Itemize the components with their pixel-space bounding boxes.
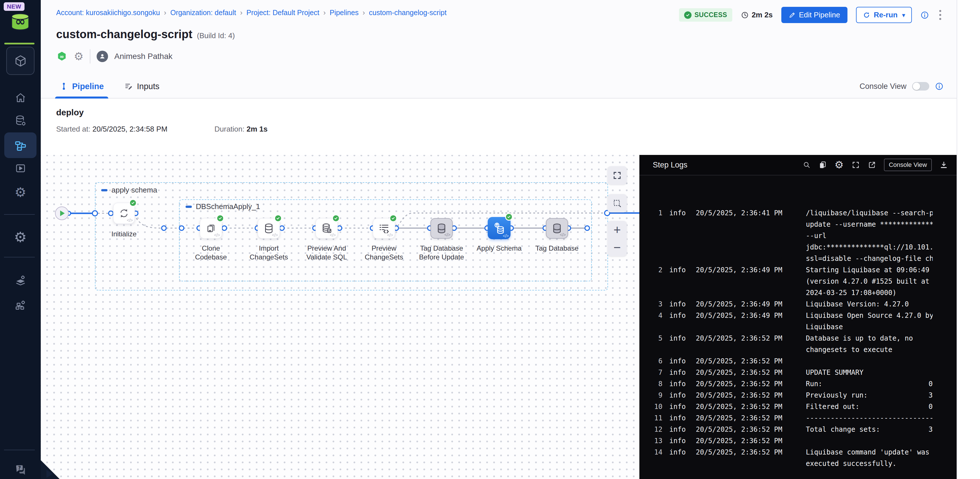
zoom-out-button[interactable]: − [608, 239, 627, 256]
log-timestamp: 20/5/2025, 2:36:52 PM [694, 333, 806, 344]
breadcrumb-organization[interactable]: Organization: default [170, 8, 236, 17]
success-check-icon [274, 214, 282, 222]
zoom-in-button[interactable]: + [608, 221, 627, 239]
step-logs-panel: Step Logs ⚙ [640, 155, 957, 479]
breadcrumb-separator: › [240, 8, 242, 17]
pipeline-start-node[interactable] [55, 206, 69, 220]
sidebar-item-infrastructure-settings[interactable] [0, 299, 41, 312]
pipeline-node-clone-codebase[interactable]: </> [200, 218, 222, 239]
code-glyph: </> [272, 233, 278, 238]
log-message: executed successfully. [806, 458, 957, 469]
canvas-fullscreen-button[interactable] [608, 166, 627, 184]
log-level [662, 287, 694, 298]
sidebar-item-home[interactable] [0, 92, 41, 104]
pipeline-node-apply-schema[interactable]: </> [488, 217, 511, 239]
canvas-select-marquee-button[interactable] [608, 194, 627, 213]
pipeline-node-preview-validate-sql[interactable]: </> [315, 218, 338, 239]
log-row: ssl=disable --changelog-file changelo [640, 253, 957, 264]
rerun-button[interactable]: Re-run ▾ [856, 7, 912, 23]
log-level: info [662, 412, 694, 424]
sidebar-item-module[interactable] [6, 47, 35, 75]
sidebar-item-database-settings[interactable] [0, 114, 41, 127]
log-level: info [662, 367, 694, 378]
console-view-toggle[interactable] [912, 82, 929, 90]
breadcrumb-account[interactable]: Account: kurosakiichigo.songoku [56, 8, 160, 17]
pipeline-node-initialize[interactable]: </> [113, 203, 135, 224]
log-message: 2024-03-25 17:08+0000) [806, 287, 957, 298]
code-glyph: </> [560, 232, 566, 238]
log-level [662, 253, 694, 264]
log-message: update --username ************** --pa [806, 219, 957, 230]
sidebar-item-settings[interactable]: ⚙ [0, 230, 41, 244]
log-row: (version 4.27.0 #1525 built at [640, 276, 957, 287]
tab-inputs[interactable]: Inputs [124, 75, 159, 98]
sidebar-item-executions[interactable] [0, 162, 41, 174]
cd-module-hexagon-icon: ∞ [56, 51, 68, 62]
elapsed-text: 2m 2s [752, 11, 773, 19]
success-check-icon [216, 214, 224, 222]
node-label-tag-before: Tag DatabaseBefore Update [413, 244, 470, 262]
node-label-import: ImportChangeSets [240, 244, 297, 262]
log-line-number [650, 219, 662, 230]
play-icon [60, 211, 65, 216]
tab-pipeline[interactable]: Pipeline [60, 75, 104, 98]
step-logs-header: Step Logs ⚙ [640, 155, 957, 175]
log-body[interactable]: 1 info 20/5/2025, 2:36:41 PM /liquibase/… [640, 175, 957, 469]
breadcrumb-separator: › [363, 8, 365, 17]
search-icon[interactable] [803, 161, 811, 169]
pipeline-node-preview-changesets[interactable]: </> [373, 218, 395, 239]
pipeline-node-import-changesets[interactable]: </> [258, 218, 280, 239]
gear-icon[interactable]: ⚙ [835, 160, 844, 170]
fullscreen-icon[interactable] [851, 160, 860, 169]
log-message: ------------------------------- [806, 412, 957, 424]
pipeline-canvas[interactable]: apply schema DBSchemaApply_1 [41, 155, 640, 479]
stage-meta: Started at: 20/5/2025, 2:34:58 PM Durati… [56, 125, 980, 133]
log-line-number: 5 [650, 333, 662, 344]
sidebar-item-help[interactable]: ? [0, 463, 41, 476]
more-options-kebab-icon[interactable] [937, 8, 943, 22]
log-timestamp: 20/5/2025, 2:36:52 PM [694, 412, 806, 424]
module-cube-icon [14, 54, 27, 68]
expand-panel-arrow-icon[interactable] [46, 470, 53, 478]
breadcrumb-pipelines[interactable]: Pipelines [329, 8, 358, 17]
log-row: 6 info 20/5/2025, 2:36:52 PM [640, 355, 957, 367]
info-icon[interactable] [920, 11, 929, 19]
sidebar-item-layers-settings[interactable] [0, 274, 41, 287]
rerun-label: Re-run [874, 11, 897, 19]
log-level: info [662, 355, 694, 367]
started-value: 20/5/2025, 2:34:58 PM [92, 125, 167, 133]
download-icon[interactable] [940, 160, 948, 169]
log-level [662, 321, 694, 333]
refresh-icon [863, 11, 870, 19]
database-infinity-logo[interactable]: ∞ [10, 13, 31, 34]
success-check-icon [332, 214, 340, 222]
breadcrumb-project[interactable]: Project: Default Project [246, 8, 319, 17]
log-line-number: 13 [650, 435, 662, 447]
edit-pipeline-button[interactable]: Edit Pipeline [781, 7, 848, 23]
log-timestamp [694, 321, 806, 333]
pipeline-node-tag-database[interactable]: </> [546, 218, 568, 239]
copy-icon[interactable] [818, 160, 827, 169]
info-icon[interactable] [935, 82, 943, 90]
open-external-icon[interactable] [868, 160, 876, 169]
top-actions: SUCCESS 2m 2s Edit Pipeline [679, 7, 943, 23]
console-view-button[interactable]: Console View [884, 159, 932, 171]
layers-settings-icon [14, 274, 27, 287]
pipeline-node-tag-database-before-update[interactable]: </> [430, 218, 453, 239]
log-message: Filtered out: 0 [806, 401, 957, 412]
sidebar-item-pipelines-active[interactable] [4, 132, 37, 158]
started-label: Started at: [56, 125, 91, 133]
pipelines-icon [14, 138, 27, 152]
log-timestamp [694, 344, 806, 355]
log-timestamp [694, 287, 806, 298]
sidebar-item-settings-outline[interactable]: ⚙ [0, 186, 41, 199]
log-line-number: 2 [650, 264, 662, 276]
breadcrumb-current[interactable]: custom-changelog-script [369, 8, 446, 17]
log-message: jdbc:**************ql://10.101.37.129 [806, 241, 957, 253]
log-line-number [650, 253, 662, 264]
log-message: (version 4.27.0 #1525 built at [806, 276, 957, 287]
status-text: SUCCESS [694, 11, 727, 19]
log-level: info [662, 447, 694, 458]
pipeline-settings-gear-icon[interactable]: ⚙ [74, 51, 84, 62]
log-message [806, 355, 957, 367]
